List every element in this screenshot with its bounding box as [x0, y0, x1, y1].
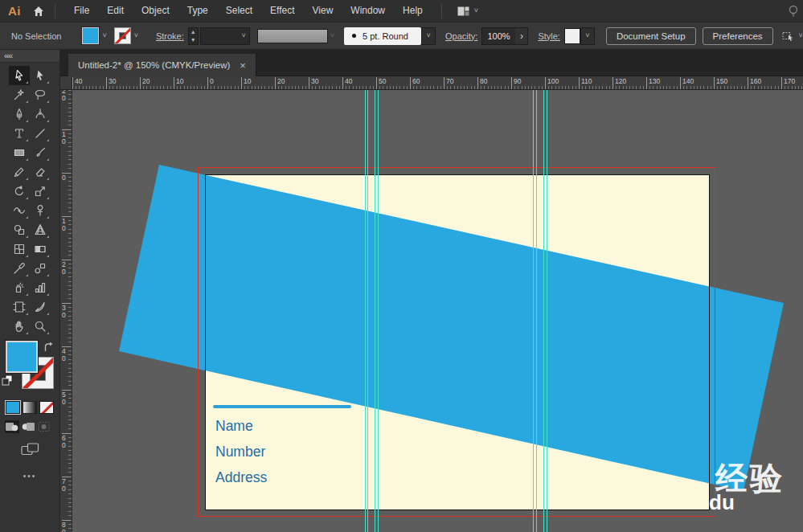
chevron-down-icon: ˅	[474, 7, 478, 14]
opacity-field[interactable]: 100% ›	[481, 27, 528, 45]
draw-behind-button[interactable]	[21, 420, 35, 433]
chevron-down-icon[interactable]: ˅	[242, 32, 246, 39]
selection-tool[interactable]	[9, 66, 30, 85]
eyedropper-tool[interactable]	[9, 259, 30, 278]
symbol-sprayer-tool[interactable]	[9, 278, 30, 297]
canvas[interactable]: NameNumberAddress 经验 du	[72, 90, 803, 532]
draw-normal-icon	[5, 421, 19, 432]
vertical-guide[interactable]	[536, 90, 537, 532]
blend-tool[interactable]	[30, 259, 51, 278]
brush-definition-dropdown[interactable]: 5 pt. Round	[344, 27, 421, 45]
pen-tool[interactable]	[9, 104, 30, 124]
menu-item-select[interactable]: Select	[219, 0, 259, 22]
gradient-mode-button[interactable]	[23, 401, 37, 414]
vertical-guide[interactable]	[533, 90, 534, 532]
default-fill-stroke-button[interactable]	[2, 374, 15, 390]
preferences-button[interactable]: Preferences	[703, 27, 773, 45]
menu-item-edit[interactable]: Edit	[100, 0, 130, 22]
artboard-tool[interactable]	[9, 297, 30, 317]
hand-tool[interactable]	[9, 317, 30, 336]
style-swatch[interactable]	[564, 28, 580, 44]
vertical-guide[interactable]	[378, 90, 379, 532]
close-tab-icon[interactable]: ×	[240, 60, 246, 71]
ruler-corner[interactable]	[60, 76, 72, 90]
menu-item-effect[interactable]: Effect	[264, 0, 301, 22]
magic-wand-tool[interactable]	[9, 85, 30, 104]
screen-mode-button[interactable]	[0, 443, 59, 456]
chevron-down-icon[interactable]: ˅	[102, 32, 106, 39]
vertical-guide[interactable]	[375, 90, 375, 532]
stroke-color-swatch[interactable]	[114, 27, 131, 44]
stepper-down-icon[interactable]: ▼	[189, 36, 198, 44]
vertical-guide[interactable]	[367, 90, 368, 532]
rectangle-tool[interactable]	[9, 143, 30, 162]
style-dropdown-button[interactable]: ˅	[580, 27, 595, 45]
shape-builder-tool[interactable]	[9, 220, 30, 239]
menu-item-object[interactable]: Object	[135, 0, 176, 22]
vertical-guide[interactable]	[365, 90, 366, 532]
none-mode-button[interactable]	[39, 401, 54, 414]
draw-inside-icon	[37, 421, 51, 432]
gradient-tool[interactable]	[30, 239, 51, 259]
stroke-weight-dropdown[interactable]: ˅	[200, 27, 250, 45]
chevron-down-icon[interactable]: ˅	[134, 32, 138, 39]
vertical-guide[interactable]	[547, 90, 547, 532]
tools-grid	[0, 66, 59, 336]
menu-item-type[interactable]: Type	[181, 0, 215, 22]
eyedropper-icon	[13, 262, 26, 275]
vruler-label: 6 0	[62, 433, 71, 449]
document-tab[interactable]: Untitled-2* @ 150% (CMYK/Preview) ×	[68, 54, 256, 76]
column-graph-tool[interactable]	[30, 278, 51, 297]
workspace-switcher[interactable]: ˅	[457, 5, 478, 18]
menu-item-view[interactable]: View	[306, 0, 340, 22]
scale-tool[interactable]	[30, 182, 51, 201]
line-segment-tool[interactable]	[30, 124, 51, 143]
direct-selection-tool[interactable]	[30, 66, 51, 85]
style-label[interactable]: Style:	[538, 31, 560, 41]
curvature-tool[interactable]	[30, 104, 51, 124]
width-tool[interactable]	[9, 201, 30, 220]
perspective-grid-tool[interactable]	[30, 220, 51, 239]
opacity-label[interactable]: Opacity:	[445, 31, 477, 41]
horizontal-ruler[interactable]: 4030201001020304050607080901001101201301…	[72, 76, 803, 90]
type-tool[interactable]	[9, 124, 30, 143]
swap-fill-stroke-button[interactable]	[43, 341, 55, 355]
rectangle-icon	[13, 146, 26, 159]
stroke-color-control[interactable]: ˅	[114, 27, 138, 44]
zoom-tool[interactable]	[30, 317, 51, 336]
fill-swatch-blue[interactable]	[6, 341, 38, 373]
menu-item-file[interactable]: File	[68, 0, 96, 22]
pencil-icon	[13, 166, 26, 178]
stroke-label[interactable]: Stroke:	[156, 31, 184, 41]
vertical-ruler[interactable]: 2 01 001 02 03 04 05 06 07 08 0	[60, 90, 72, 532]
mesh-tool[interactable]	[9, 239, 30, 259]
vruler-label: 8 0	[62, 520, 71, 532]
lasso-tool[interactable]	[30, 85, 51, 104]
hruler-label: 20	[275, 77, 285, 90]
brush-dropdown-button[interactable]: ˅	[421, 27, 436, 45]
slice-tool[interactable]	[30, 297, 51, 317]
menu-item-help[interactable]: Help	[396, 0, 429, 22]
eraser-tool[interactable]	[30, 162, 51, 182]
draw-normal-button[interactable]	[5, 420, 19, 433]
stepper-up-icon[interactable]: ▲	[189, 28, 198, 36]
fill-color-swatch[interactable]	[82, 27, 99, 44]
document-setup-button[interactable]: Document Setup	[606, 27, 696, 45]
paintbrush-tool[interactable]	[30, 143, 51, 162]
color-mode-button[interactable]	[6, 401, 20, 414]
bleed-guide	[198, 167, 715, 517]
edit-toolbar-button[interactable]: •••	[0, 472, 59, 481]
fill-color-control[interactable]: ˅	[82, 27, 106, 44]
opacity-expand-icon[interactable]: ›	[515, 28, 527, 44]
pencil-tool[interactable]	[9, 162, 30, 182]
paintbrush-icon	[34, 146, 47, 159]
menu-item-window[interactable]: Window	[344, 0, 391, 22]
stroke-weight-stepper[interactable]: ▲ ▼	[188, 27, 199, 45]
vertical-guide[interactable]	[543, 90, 544, 532]
home-button[interactable]	[32, 5, 45, 18]
puppet-warp-tool[interactable]	[30, 201, 51, 220]
rotate-tool[interactable]	[9, 182, 30, 201]
discover-icon[interactable]	[787, 4, 800, 22]
collapse-panel-button[interactable]: ««	[0, 50, 59, 63]
isolate-selection-control[interactable]: ˅	[781, 30, 803, 43]
